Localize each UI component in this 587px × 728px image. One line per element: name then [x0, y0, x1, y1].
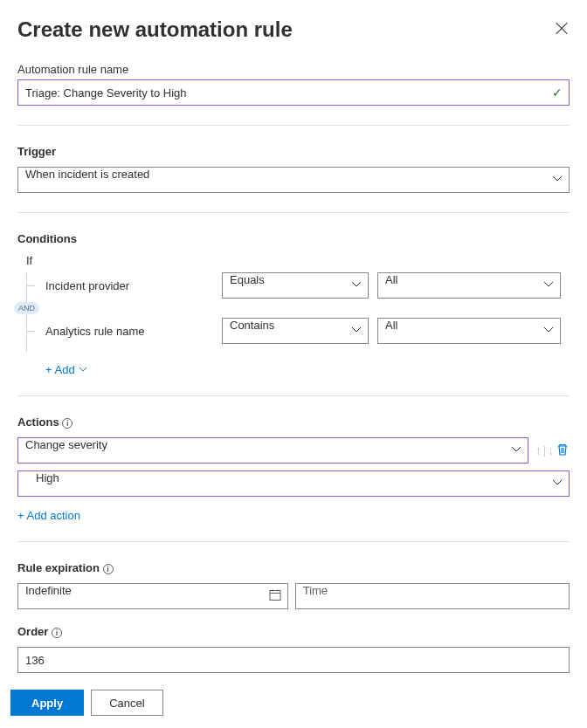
add-condition-button[interactable]: + Add [45, 363, 87, 376]
condition-field-label: Incident provider [28, 279, 213, 292]
and-badge: AND [14, 302, 39, 314]
divider [17, 125, 570, 126]
chevron-down-icon [79, 363, 87, 376]
separator-icon: | [543, 444, 546, 457]
if-label: If [17, 254, 570, 267]
order-label-text: Order [17, 625, 48, 638]
expiration-label: Rule expiration i [17, 561, 570, 574]
info-icon[interactable]: i [103, 564, 114, 574]
condition-field-label: Analytics rule name [28, 325, 213, 338]
trigger-select[interactable]: When incident is created [17, 167, 570, 193]
apply-button[interactable]: Apply [10, 690, 84, 716]
divider [17, 541, 570, 542]
divider [17, 212, 570, 213]
order-input[interactable] [17, 647, 570, 673]
rule-name-label: Automation rule name [17, 63, 570, 76]
svg-rect-0 [270, 591, 280, 601]
add-action-button[interactable]: + Add action [17, 509, 80, 522]
cancel-button[interactable]: Cancel [91, 690, 162, 716]
expiration-date-input[interactable]: Indefinite [17, 583, 288, 609]
trigger-label: Trigger [17, 145, 570, 158]
order-label: Order i [17, 625, 570, 638]
divider [17, 395, 570, 396]
actions-label-text: Actions [17, 416, 59, 429]
rule-name-input[interactable] [17, 79, 570, 106]
condition-operator-select[interactable]: Equals [222, 272, 369, 299]
condition-value-select[interactable]: All [377, 272, 561, 299]
checkmark-icon: ✓ [552, 86, 563, 100]
expiration-label-text: Rule expiration [17, 561, 100, 574]
page-title: Create new automation rule [17, 17, 293, 42]
calendar-icon [269, 589, 281, 604]
action-type-select[interactable]: Change severity [17, 437, 528, 464]
move-up-icon: ↑ [535, 443, 542, 457]
move-down-icon: ↓ [548, 443, 554, 457]
condition-value-select[interactable]: All [377, 318, 561, 344]
condition-operator-select[interactable]: Contains [222, 318, 369, 344]
close-icon[interactable] [554, 21, 570, 37]
info-icon[interactable]: i [62, 418, 73, 429]
add-condition-label: + Add [45, 363, 75, 376]
severity-select[interactable]: High [17, 470, 570, 497]
actions-label: Actions i [17, 416, 570, 429]
expiration-time-input[interactable]: Time [295, 583, 570, 609]
info-icon[interactable]: i [52, 628, 62, 638]
delete-action-icon[interactable] [556, 443, 570, 459]
conditions-label: Conditions [17, 232, 570, 245]
